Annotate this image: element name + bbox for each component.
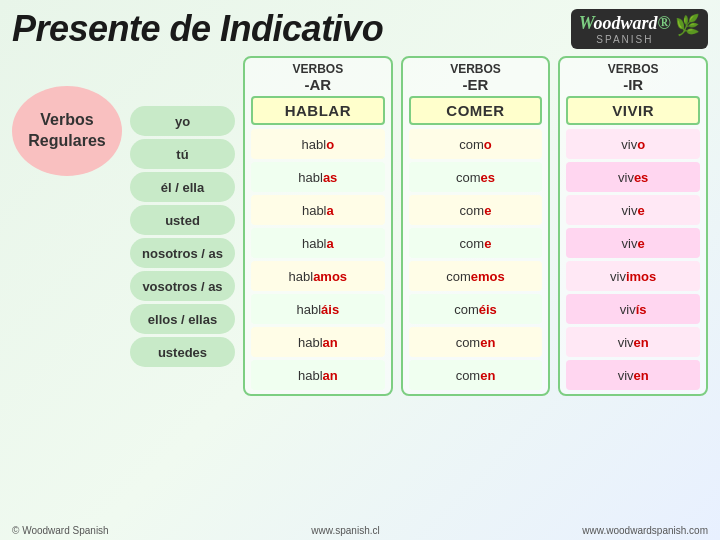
verb-ending: e	[638, 203, 645, 218]
verb-ending: o	[637, 137, 645, 152]
subject-item: yo	[130, 106, 235, 136]
columns-container: VERBOS-ARHABLARhablohablashablahablahabl…	[243, 56, 708, 396]
verb-stem: habl	[298, 170, 323, 185]
verb-stem: habl	[298, 335, 323, 350]
suffix-label: -ER	[409, 76, 543, 94]
verb-stem: com	[456, 335, 481, 350]
verb-ending: emos	[471, 269, 505, 284]
verb-ending: an	[323, 368, 338, 383]
verb-item: viven	[566, 360, 700, 390]
col-ar-forms: hablohablashablahablahablamoshabláishabl…	[251, 129, 385, 390]
page-title: Presente de Indicativo	[12, 8, 383, 50]
verb-ending: imos	[626, 269, 656, 284]
verb-item: hablo	[251, 129, 385, 159]
col-ir-verb-name: VIVIR	[566, 96, 700, 125]
col-ar-verb-name: HABLAR	[251, 96, 385, 125]
verb-ending: as	[323, 170, 337, 185]
verb-stem: habl	[302, 236, 327, 251]
subject-item: nosotros / as	[130, 238, 235, 268]
content-area: Verbos Regulares yotúél / ellaustednosot…	[12, 56, 708, 396]
verb-stem: viv	[622, 236, 638, 251]
verb-ending: o	[484, 137, 492, 152]
verbos-regulares-label: Verbos Regulares	[12, 56, 122, 176]
verb-stem: com	[456, 170, 481, 185]
verb-stem: habl	[302, 203, 327, 218]
verb-stem: com	[454, 302, 479, 317]
verb-stem: com	[460, 236, 485, 251]
verb-ending: éis	[479, 302, 497, 317]
verb-item: hablas	[251, 162, 385, 192]
col-ir-header: VERBOS-IR	[566, 62, 700, 94]
col-ar-header: VERBOS-AR	[251, 62, 385, 94]
verb-ending: en	[480, 335, 495, 350]
col-ar: VERBOS-ARHABLARhablohablashablahablahabl…	[243, 56, 393, 396]
vr-line1: Verbos	[40, 111, 93, 128]
verb-stem: viv	[618, 368, 634, 383]
verb-ending: amos	[313, 269, 347, 284]
col-ir-forms: vivovivesvivevivevivimosvivísvivenviven	[566, 129, 700, 390]
verb-stem: com	[459, 137, 484, 152]
verb-ending: es	[481, 170, 495, 185]
verb-ending: ís	[636, 302, 647, 317]
logo: Woodward® SPANISH 🌿	[571, 9, 708, 49]
suffix-label: -AR	[251, 76, 385, 94]
verbos-label: VERBOS	[251, 62, 385, 76]
footer-left: © Woodward Spanish	[12, 525, 109, 536]
verb-ending: en	[634, 368, 649, 383]
footer-right: www.woodwardspanish.com	[582, 525, 708, 536]
main-container: Presente de Indicativo Woodward® SPANISH…	[0, 0, 720, 540]
subject-item: vosotros / as	[130, 271, 235, 301]
verbos-regulares-bubble: Verbos Regulares	[12, 86, 122, 176]
logo-text-group: Woodward® SPANISH	[579, 13, 671, 45]
verb-ending: en	[480, 368, 495, 383]
subject-column: yotúél / ellaustednosotros / asvosotros …	[130, 106, 235, 367]
verb-ending: e	[484, 203, 491, 218]
verb-stem: viv	[618, 170, 634, 185]
subject-item: tú	[130, 139, 235, 169]
col-er-verb-name: COMER	[409, 96, 543, 125]
verb-stem: viv	[622, 203, 638, 218]
verb-item: hablan	[251, 360, 385, 390]
verb-stem: viv	[621, 137, 637, 152]
leaf-icon: 🌿	[675, 13, 700, 37]
verbos-label: VERBOS	[566, 62, 700, 76]
verb-item: comen	[409, 327, 543, 357]
verb-item: hablan	[251, 327, 385, 357]
col-er-header: VERBOS-ER	[409, 62, 543, 94]
subject-item: ustedes	[130, 337, 235, 367]
logo-container: Woodward® SPANISH 🌿	[579, 13, 700, 45]
verb-stem: habl	[302, 137, 327, 152]
footer: © Woodward Spanish www.spanish.cl www.wo…	[0, 525, 720, 536]
verb-item: habla	[251, 195, 385, 225]
logo-woodward: Woodward®	[579, 13, 671, 33]
verb-stem: habl	[289, 269, 314, 284]
verb-item: vive	[566, 228, 700, 258]
col-ir: VERBOS-IRVIVIRvivovivesvivevivevivimosvi…	[558, 56, 708, 396]
verb-stem: com	[446, 269, 471, 284]
verb-item: vivo	[566, 129, 700, 159]
subject-item: usted	[130, 205, 235, 235]
verb-item: comemos	[409, 261, 543, 291]
logo-brand: Woodward®	[579, 13, 671, 34]
subject-item: ellos / ellas	[130, 304, 235, 334]
suffix-label: -IR	[566, 76, 700, 94]
header: Presente de Indicativo Woodward® SPANISH…	[12, 8, 708, 50]
footer-center: www.spanish.cl	[311, 525, 379, 536]
verb-item: come	[409, 195, 543, 225]
verb-ending: áis	[321, 302, 339, 317]
verb-item: vivís	[566, 294, 700, 324]
col-er-forms: comocomescomecomecomemoscoméiscomencomen	[409, 129, 543, 390]
verb-item: comen	[409, 360, 543, 390]
verb-stem: habl	[297, 302, 322, 317]
verb-item: habla	[251, 228, 385, 258]
logo-spanish: SPANISH	[596, 34, 653, 45]
verb-ending: an	[323, 335, 338, 350]
verb-stem: habl	[298, 368, 323, 383]
verb-ending: o	[326, 137, 334, 152]
verb-ending: e	[638, 236, 645, 251]
verbos-regulares-text: Verbos Regulares	[28, 110, 105, 152]
verb-item: vive	[566, 195, 700, 225]
verb-stem: com	[460, 203, 485, 218]
verb-ending: en	[634, 335, 649, 350]
verb-item: habláis	[251, 294, 385, 324]
